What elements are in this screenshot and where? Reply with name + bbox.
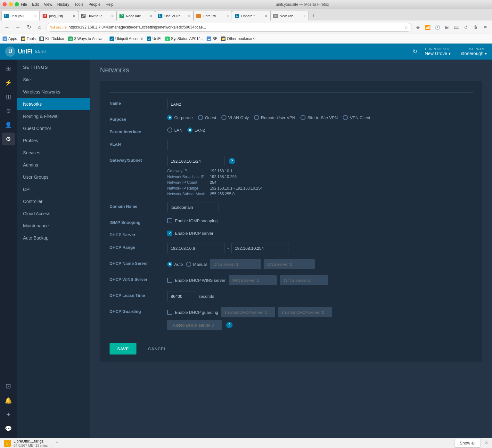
nav-dashboard[interactable]: ⊞ [2, 62, 15, 75]
menu-view[interactable]: View [44, 2, 52, 7]
dns-server-1-input[interactable] [210, 259, 261, 269]
dhcp-server-checkbox[interactable]: ✓ [167, 231, 172, 236]
tab-close-4[interactable]: × [150, 14, 152, 18]
os-close-button[interactable] [3, 2, 7, 6]
nav-chat[interactable]: 💬 [2, 422, 15, 435]
current-site-value[interactable]: New Grove ▾ [425, 51, 451, 56]
home-button[interactable]: ⌂ [35, 23, 44, 32]
bookmark-tools[interactable]: 📁 Tools [21, 37, 36, 41]
purpose-remote-user-vpn[interactable]: Remote User VPN [254, 115, 295, 120]
parent-lan2-radio[interactable] [187, 127, 193, 133]
show-all-button[interactable]: Show all [454, 439, 481, 448]
trusted-dhcp-1-input[interactable] [221, 307, 275, 317]
bookmark-ubiquiti[interactable]: U Ubiquiti Account [110, 37, 143, 41]
nav-alerts[interactable]: ☑ [2, 380, 15, 393]
purpose-remote-vpn-radio[interactable] [254, 115, 259, 120]
sidebar-item-routing-firewall[interactable]: Routing & Firewall [17, 110, 90, 122]
dhcp-wins-checkbox-item[interactable]: Enable DHCP WINS server [167, 278, 226, 283]
dns-manual-radio[interactable] [186, 262, 191, 267]
reload-button[interactable]: ↻ [24, 23, 33, 32]
sidebar-item-dpi[interactable]: DPI [17, 183, 90, 195]
nav-notifications[interactable]: 🔔 [2, 394, 15, 407]
dhcp-guarding-help-icon[interactable]: ? [226, 322, 233, 328]
nav-stats[interactable]: ⚡ [2, 76, 15, 89]
extension-btn-3[interactable]: 🕐 [433, 23, 441, 31]
trusted-dhcp-2-input[interactable] [278, 307, 332, 317]
trusted-dhcp-3-input[interactable] [167, 320, 222, 330]
browser-tab-8[interactable]: ⊕ New Tab × [270, 11, 309, 20]
purpose-corporate-radio[interactable] [167, 115, 172, 120]
tab-close-8[interactable]: × [303, 14, 306, 18]
purpose-guest-radio[interactable] [198, 115, 203, 120]
purpose-vlan-only[interactable]: VLAN Only [221, 115, 249, 120]
name-input[interactable] [167, 99, 263, 109]
tab-close-6[interactable]: × [226, 14, 229, 18]
cancel-button[interactable]: CANCEL [140, 343, 174, 354]
menu-people[interactable]: People [88, 2, 100, 7]
dns-server-2-input[interactable] [264, 259, 315, 269]
browser-tab-active[interactable]: U unifi.you... × [1, 11, 40, 20]
igmp-checkbox-item[interactable]: Enable IGMP snooping [167, 218, 473, 223]
purpose-vlan-only-radio[interactable] [221, 115, 226, 120]
browser-tab-2[interactable]: M [usg_list]... × [40, 11, 78, 20]
forward-button[interactable]: → [13, 23, 22, 32]
purpose-vpn-client-radio[interactable] [343, 115, 348, 120]
tab-close-5[interactable]: × [188, 14, 191, 18]
gateway-subnet-help-icon[interactable]: ? [229, 158, 235, 164]
address-input[interactable]: Not secure https://192.168.1.7:8443/mana… [46, 23, 412, 32]
menu-help[interactable]: Help [106, 2, 114, 7]
dhcp-guarding-checkbox[interactable] [167, 310, 172, 315]
menu-tools[interactable]: Tools [74, 2, 83, 7]
dhcp-lease-input[interactable] [167, 291, 196, 301]
sidebar-item-services[interactable]: Services [17, 147, 90, 159]
nav-settings[interactable]: ⚙ [2, 133, 15, 145]
nav-map[interactable]: ◫ [2, 90, 15, 103]
sidebar-item-cloud-access[interactable]: Cloud Access [17, 208, 90, 220]
igmp-checkbox[interactable] [167, 218, 172, 223]
menu-file[interactable]: File [21, 2, 27, 7]
new-tab-button[interactable]: + [309, 12, 318, 20]
extension-btn-2[interactable]: 📶 [423, 23, 432, 31]
purpose-guest[interactable]: Guest [198, 115, 216, 120]
parent-lan2[interactable]: LAN2 [187, 127, 205, 133]
browser-tab-4[interactable]: P Read late... × [117, 11, 155, 20]
gateway-subnet-input[interactable] [167, 156, 225, 166]
dns-auto-radio[interactable] [167, 262, 172, 267]
dhcp-server-checkbox-item[interactable]: ✓ Enable DHCP server [167, 231, 473, 236]
sidebar-item-wireless-networks[interactable]: Wireless Networks [17, 86, 90, 98]
nav-clients[interactable]: 👤 [2, 118, 15, 131]
browser-tab-6[interactable]: L LibreOffi... × [193, 11, 232, 20]
username-value[interactable]: stonerough ▾ [461, 51, 487, 56]
sidebar-item-site[interactable]: Site [17, 74, 90, 86]
header-refresh-button[interactable]: ↻ [409, 46, 421, 57]
bookmark-other[interactable]: 📁 Other bookmarks [221, 37, 256, 41]
tab-close-7[interactable]: × [265, 14, 267, 18]
wins-server-1-input[interactable] [229, 275, 277, 285]
tab-close-3[interactable]: × [111, 14, 114, 18]
save-button[interactable]: SAVE [110, 343, 136, 354]
extension-btn-4[interactable]: ⊞ [443, 23, 451, 31]
tab-close-button[interactable]: × [34, 14, 37, 18]
extension-btn-1[interactable]: ⊕ [414, 23, 422, 31]
browser-tab-7[interactable]: U Donate t... × [232, 11, 270, 20]
bookmark-killdickbar[interactable]: 📄 Kill Dickbar [39, 37, 64, 41]
os-minimize-button[interactable] [9, 2, 13, 6]
nav-advanced[interactable]: ✦ [2, 408, 15, 421]
wins-server-2-input[interactable] [280, 275, 328, 285]
download-expand-icon[interactable]: ⌃ [55, 441, 59, 446]
sidebar-item-guest-control[interactable]: Guest Control [17, 122, 90, 134]
sidebar-item-networks[interactable]: Networks [17, 98, 90, 110]
menu-history[interactable]: History [57, 2, 69, 7]
parent-lan-radio[interactable] [167, 127, 172, 133]
extension-btn-6[interactable]: ↺ [462, 23, 470, 31]
dhcp-wins-checkbox[interactable] [167, 278, 172, 283]
dhcp-range-start-input[interactable] [167, 243, 225, 253]
sidebar-item-maintenance[interactable]: Maintenance [17, 220, 90, 232]
purpose-vpn-client[interactable]: VPN Client [343, 115, 370, 120]
extension-btn-5[interactable]: 📖 [452, 23, 461, 31]
parent-lan[interactable]: LAN [167, 127, 182, 133]
purpose-corporate[interactable]: Corporate [167, 115, 193, 120]
sidebar-item-controller[interactable]: Controller [17, 195, 90, 208]
dns-manual[interactable]: Manual [186, 262, 207, 267]
dhcp-range-end-input[interactable] [231, 243, 289, 253]
